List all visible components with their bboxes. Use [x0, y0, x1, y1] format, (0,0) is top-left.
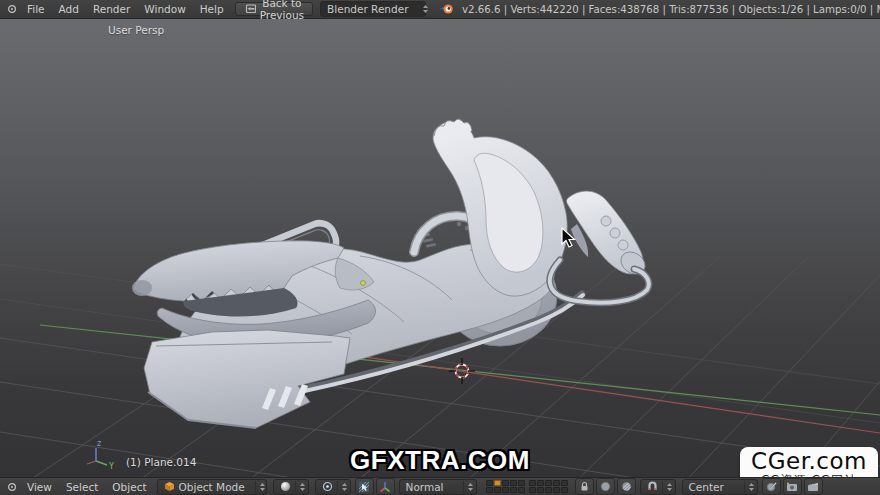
menu-select[interactable]: Select: [59, 481, 105, 493]
view-name-label: User Persp: [108, 24, 164, 36]
menu-help[interactable]: Help: [193, 3, 231, 15]
opengl-render-anim-button[interactable]: [804, 478, 823, 495]
stepper-icon: [295, 481, 306, 493]
layer-cell[interactable]: [486, 487, 493, 493]
watermark-cger-title: CGer.com: [742, 449, 876, 474]
viewport-canvas: z Y: [0, 0, 880, 495]
stepper-icon: [744, 481, 755, 493]
layer-cell[interactable]: [510, 487, 517, 493]
layer-cell[interactable]: [561, 480, 568, 486]
layer-cell[interactable]: [518, 487, 525, 493]
menu-add[interactable]: Add: [52, 3, 86, 15]
layer-cell[interactable]: [510, 480, 517, 486]
proportional-edit-toggle[interactable]: [596, 478, 615, 495]
menu-object[interactable]: Object: [105, 481, 153, 493]
stepper-icon: [337, 481, 348, 493]
layer-cell[interactable]: [553, 487, 560, 493]
back-to-previous-label: Back to Previous: [260, 0, 304, 21]
scene-lock-toggle[interactable]: [575, 478, 594, 495]
menu-render[interactable]: Render: [86, 3, 137, 15]
object-mode-cube-icon: [164, 481, 175, 492]
scene-stats: v2.66.6 | Verts:442220 | Faces:438768 | …: [462, 4, 880, 15]
object-origin-dot: [361, 281, 366, 286]
snap-magnet-icon: [647, 481, 658, 492]
watermark-gfxtra: GFXTRA.COM: [350, 445, 530, 476]
manipulator-toggle[interactable]: [355, 478, 374, 495]
transform-orientation-value: Normal: [406, 481, 461, 493]
interaction-mode-select[interactable]: Object Mode: [157, 479, 267, 495]
stepper-icon: [255, 481, 266, 493]
top-header-bar: File Add Render Window Help Back to Prev…: [0, 0, 880, 19]
editor-type-icon[interactable]: [6, 3, 18, 15]
interaction-mode-value: Object Mode: [179, 481, 253, 493]
viewport-header-bar: View Select Object Object Mode Normal: [0, 477, 880, 495]
proportional-edit-icon: [600, 481, 611, 492]
layer-cell[interactable]: [518, 480, 525, 486]
editor-type-icon[interactable]: [6, 481, 18, 493]
viewport-shading-select[interactable]: [273, 479, 309, 495]
back-to-previous-button[interactable]: Back to Previous: [235, 2, 313, 16]
menu-window[interactable]: Window: [137, 3, 192, 15]
snap-project-toggle[interactable]: [762, 478, 781, 495]
pivot-point-icon: [322, 481, 333, 492]
opengl-render-image-button[interactable]: [783, 478, 802, 495]
layer-cell[interactable]: [502, 487, 509, 493]
snap-project-icon: [766, 481, 777, 492]
viewport-shading-icon: [280, 481, 291, 492]
pivot-point-select[interactable]: [315, 479, 351, 495]
blender-logo-icon: [439, 3, 454, 15]
layer-cell[interactable]: [486, 480, 493, 486]
axis-y-label: Y: [108, 462, 114, 471]
layer-cell[interactable]: [545, 480, 552, 486]
snap-element-icon: [621, 481, 632, 492]
snap-toggle-select[interactable]: [640, 479, 676, 495]
opengl-render-anim-icon: [807, 481, 819, 492]
transform-axes-icon: [379, 481, 391, 493]
render-engine-value: Blender Render: [327, 3, 416, 15]
menu-file[interactable]: File: [20, 3, 52, 15]
snap-target-value: Center: [689, 481, 742, 493]
layer-cell[interactable]: [561, 487, 568, 493]
axis-gizmo: z Y: [87, 439, 114, 471]
layer-cell[interactable]: [545, 487, 552, 493]
layer-cell[interactable]: [553, 480, 560, 486]
stepper-icon: [418, 3, 429, 15]
opengl-render-image-icon: [786, 481, 798, 492]
scene-lock-icon: [579, 481, 590, 492]
layers-widget: [486, 480, 568, 493]
axis-z-label: z: [97, 439, 101, 448]
layer-cell[interactable]: [537, 487, 544, 493]
3d-viewport[interactable]: z Y User Persp (1) Plane.014 GFXTRA.COM …: [0, 19, 880, 477]
transform-axes-toggle[interactable]: [376, 478, 395, 495]
layer-cell[interactable]: [494, 480, 501, 486]
stepper-icon: [463, 481, 474, 493]
layer-cell[interactable]: [494, 487, 501, 493]
menu-view[interactable]: View: [20, 481, 59, 493]
back-icon: [244, 4, 256, 14]
layer-cell[interactable]: [529, 487, 536, 493]
layer-cell[interactable]: [537, 480, 544, 486]
floor-grid: [0, 0, 880, 495]
snap-element-button[interactable]: [617, 478, 636, 495]
render-engine-select[interactable]: Blender Render: [320, 1, 426, 17]
layer-cell[interactable]: [502, 480, 509, 486]
active-object-label: (1) Plane.014: [126, 456, 196, 468]
manipulator-icon: [358, 481, 370, 493]
layer-cell[interactable]: [529, 480, 536, 486]
stepper-icon: [662, 481, 673, 493]
snap-target-select[interactable]: Center: [682, 479, 758, 495]
transform-orientation-select[interactable]: Normal: [399, 479, 477, 495]
